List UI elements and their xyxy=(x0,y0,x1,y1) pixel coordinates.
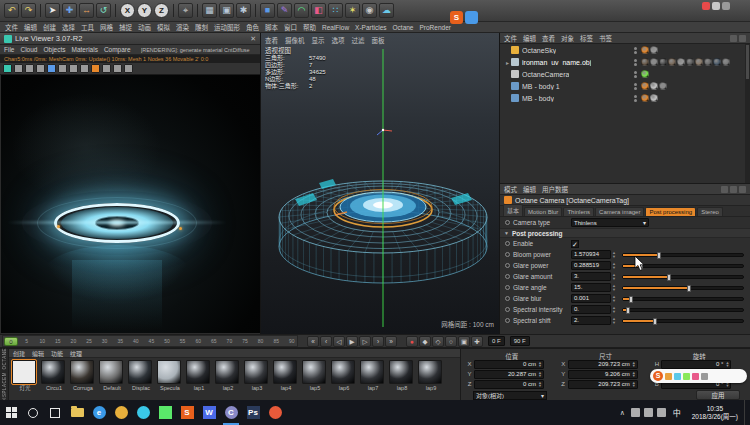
filter-icon[interactable] xyxy=(124,64,133,73)
object-name[interactable]: MB - body 1 xyxy=(522,83,560,90)
material-thumbnail[interactable] xyxy=(331,360,355,384)
attribute-tab[interactable]: Camera imager xyxy=(595,207,644,216)
sogou-icon[interactable]: S xyxy=(176,400,198,425)
recorder-stop-icon[interactable] xyxy=(722,2,730,10)
value-spinner[interactable]: ▲▼ xyxy=(632,361,636,368)
parameter-value-field[interactable]: 0. xyxy=(571,305,611,314)
material-thumbnail[interactable] xyxy=(157,360,181,384)
object-manager-menu-item[interactable]: 书签 xyxy=(599,33,612,43)
live-viewer-titlebar[interactable]: Live Viewer 3.07-R2 ✕ xyxy=(0,33,260,45)
object-manager-menu-item[interactable]: 查看 xyxy=(542,33,555,43)
material-item[interactable]: 灯光 xyxy=(12,360,40,392)
material-pick-icon[interactable] xyxy=(91,64,100,73)
qq-icon[interactable] xyxy=(132,400,154,425)
task-view-icon[interactable] xyxy=(44,400,66,425)
parameter-slider[interactable] xyxy=(622,308,744,312)
coordinate-input[interactable]: 0 cm▲▼ xyxy=(474,360,544,369)
search-icon[interactable] xyxy=(22,400,44,425)
object-name[interactable]: ironman_uv_name.obj xyxy=(522,59,591,66)
menu-item[interactable]: 网格 xyxy=(97,22,116,32)
value-spinner[interactable]: ▲▼ xyxy=(612,306,616,313)
cinema4d-icon[interactable]: C xyxy=(220,400,242,425)
render-view-icon[interactable]: ▦ xyxy=(202,3,217,18)
object-manager-menu-item[interactable]: 编辑 xyxy=(523,33,536,43)
material-layout-tabs[interactable]: OCTANEDISPLACEM xyxy=(0,349,9,401)
menu-item[interactable]: 工具 xyxy=(78,22,97,32)
coordinate-input[interactable]: 209.723 cm▲▼ xyxy=(568,360,638,369)
menu-item[interactable]: 文件 xyxy=(2,22,21,32)
section-collapse-icon[interactable]: ▼ xyxy=(504,230,509,236)
material-layout-tab[interactable]: DISPLACEM xyxy=(2,372,7,403)
tag-icon[interactable] xyxy=(650,58,658,66)
next-frame-button[interactable]: ▷ xyxy=(359,336,371,347)
slider-handle[interactable] xyxy=(653,318,657,325)
object-name[interactable]: OctaneCamera xyxy=(522,71,569,78)
attribute-tab[interactable]: Thinlens xyxy=(563,207,594,216)
add-spline-icon[interactable]: ✎ xyxy=(277,3,292,18)
picture-icon[interactable] xyxy=(58,64,67,73)
material-thumbnail[interactable] xyxy=(70,360,94,384)
camera-type-dropdown[interactable]: Thinlens ▾ xyxy=(571,218,649,227)
history-forward-icon[interactable] xyxy=(730,186,737,193)
visibility-dots[interactable] xyxy=(634,95,637,102)
object-row[interactable]: OctaneCamera xyxy=(500,68,745,80)
lock-icon[interactable] xyxy=(739,186,746,193)
input-method-indicator[interactable]: 中 xyxy=(668,407,686,418)
object-name[interactable]: OctaneSky xyxy=(522,47,556,54)
key-parameter-button[interactable]: ✚ xyxy=(471,336,483,347)
tag-icon[interactable] xyxy=(641,46,649,54)
material-thumbnail[interactable] xyxy=(99,360,123,384)
recorder-pause-icon[interactable] xyxy=(712,2,720,10)
object-manager-menu-item[interactable]: 文件 xyxy=(504,33,517,43)
tag-icon[interactable] xyxy=(686,58,694,66)
edge-icon[interactable]: e xyxy=(88,400,110,425)
sogou-tool-icon-0[interactable] xyxy=(665,373,672,380)
material-item[interactable]: lap3 xyxy=(244,360,272,392)
tag-icon[interactable] xyxy=(659,58,667,66)
slider-handle[interactable] xyxy=(629,296,633,303)
live-select-icon[interactable]: ➤ xyxy=(45,3,60,18)
parameter-value-field[interactable]: 0.288519 xyxy=(571,261,611,270)
material-menu-item[interactable]: 编辑 xyxy=(32,349,44,358)
parameter-slider[interactable] xyxy=(622,297,744,301)
redo-icon[interactable]: ↷ xyxy=(21,3,36,18)
word-icon[interactable]: W xyxy=(198,400,220,425)
attribute-tab[interactable]: Post processing xyxy=(645,207,696,216)
coordinate-mode-dropdown[interactable]: 对象(相对) ▾ xyxy=(473,391,547,400)
sogou-input-bar[interactable]: S xyxy=(650,369,747,383)
menu-item[interactable]: 雕刻 xyxy=(192,22,211,32)
material-thumbnail[interactable] xyxy=(244,360,268,384)
volume-icon[interactable] xyxy=(644,408,653,417)
start-frame-field[interactable]: 0 F xyxy=(488,336,505,346)
visibility-dots[interactable] xyxy=(634,59,637,66)
slider-handle[interactable] xyxy=(657,252,661,259)
viewport-menu-item[interactable]: 摄像机 xyxy=(285,35,305,45)
attribute-menu-item[interactable]: 用户数据 xyxy=(542,184,568,194)
parameter-slider[interactable] xyxy=(622,275,744,279)
tag-icon[interactable] xyxy=(641,94,649,102)
object-name[interactable]: MB - body xyxy=(522,95,554,102)
visibility-dots[interactable] xyxy=(634,83,637,90)
tag-icon[interactable] xyxy=(704,58,712,66)
coordinate-input[interactable]: 209.723 cm▲▼ xyxy=(568,380,638,389)
material-item[interactable]: Circu1 xyxy=(41,360,69,392)
material-thumbnail[interactable] xyxy=(215,360,239,384)
material-item[interactable]: lap4 xyxy=(273,360,301,392)
menu-item[interactable]: 创建 xyxy=(40,22,59,32)
live-viewer-menu-item[interactable]: Objects xyxy=(43,46,65,53)
menu-item[interactable]: 角色 xyxy=(243,22,262,32)
render-settings-icon[interactable]: ✱ xyxy=(236,3,251,18)
key-rotation-button[interactable]: ▣ xyxy=(458,336,470,347)
menu-item[interactable]: 动画 xyxy=(135,22,154,32)
material-item[interactable]: lap9 xyxy=(418,360,446,392)
plugin-menu-item[interactable]: ProRender xyxy=(417,24,454,31)
value-spinner[interactable]: ▲▼ xyxy=(612,273,616,280)
parameter-slider[interactable] xyxy=(622,319,744,323)
value-spinner[interactable]: ▲▼ xyxy=(632,371,636,378)
restart-icon[interactable] xyxy=(14,64,23,73)
value-spinner[interactable]: ▲▼ xyxy=(538,371,542,378)
focus-pick-icon[interactable] xyxy=(80,64,89,73)
settings-icon[interactable] xyxy=(102,64,111,73)
play-button[interactable]: ▶ xyxy=(346,336,358,347)
enable-checkbox[interactable]: ✓ xyxy=(571,240,579,248)
